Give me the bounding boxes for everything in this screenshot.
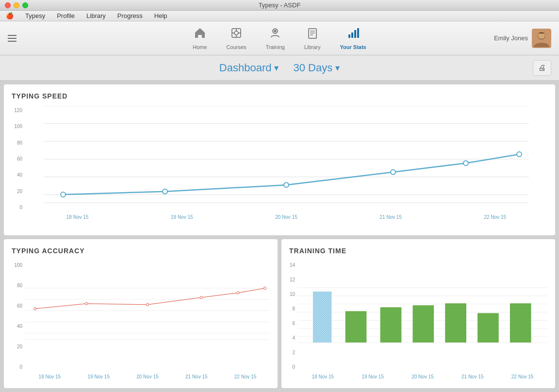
title-bar: Typesy - ASDF (0, 0, 559, 11)
svg-rect-56 (510, 303, 531, 343)
nav-library-label: Library (304, 44, 321, 50)
nav-bar: Home Courses Training (0, 21, 559, 55)
minimize-button[interactable] (14, 2, 19, 8)
training-time-y-axis: 14121086420 (289, 261, 298, 379)
svg-rect-10 (354, 30, 356, 38)
svg-point-35 (85, 302, 87, 305)
main-content: TYPING SPEED 120100806040200 (0, 81, 559, 392)
hamburger-menu[interactable] (8, 35, 16, 42)
svg-point-37 (200, 296, 202, 299)
svg-point-36 (146, 303, 148, 306)
typing-speed-panel: TYPING SPEED 120100806040200 (4, 84, 555, 235)
svg-rect-8 (348, 34, 350, 38)
typing-accuracy-title: TYPING ACCURACY (12, 247, 270, 255)
training-time-title: TRAINING TIME (289, 247, 547, 255)
user-area: Emily Jones (494, 29, 551, 48)
menu-typesy[interactable]: Typesy (23, 12, 47, 19)
period-chevron-icon: ▾ (335, 63, 340, 73)
print-button[interactable]: 🖨 (533, 60, 551, 76)
apple-menu[interactable]: 🍎 (4, 12, 16, 19)
stats-icon (347, 27, 360, 42)
nav-training[interactable]: Training (266, 27, 285, 50)
svg-rect-52 (380, 307, 402, 343)
svg-point-38 (237, 292, 239, 294)
svg-rect-53 (412, 305, 434, 343)
svg-point-39 (263, 287, 266, 290)
nav-library[interactable]: Library (304, 27, 321, 50)
typing-accuracy-chart (25, 261, 270, 372)
svg-rect-55 (477, 313, 499, 343)
user-name: Emily Jones (494, 34, 528, 42)
nav-stats-label: Your Stats (340, 44, 366, 50)
period-selector[interactable]: 30 Days ▾ (293, 62, 340, 74)
svg-point-1 (234, 31, 238, 35)
svg-rect-11 (357, 28, 359, 38)
svg-point-34 (34, 308, 36, 310)
dashboard-chevron-icon: ▾ (274, 63, 279, 73)
nav-courses[interactable]: Courses (227, 27, 247, 50)
svg-point-22 (61, 192, 66, 197)
svg-rect-51 (345, 311, 367, 343)
typing-speed-y-axis: 120100806040200 (12, 106, 25, 220)
avatar[interactable] (532, 29, 551, 48)
bottom-row: TYPING ACCURACY 100806040200 (4, 239, 555, 388)
period-label: 30 Days (293, 62, 332, 74)
training-icon (269, 27, 281, 42)
library-icon (306, 27, 319, 42)
menu-profile[interactable]: Profile (55, 12, 77, 19)
svg-rect-9 (351, 33, 353, 38)
nav-home[interactable]: Home (193, 27, 207, 50)
dashboard-selector[interactable]: Dashboard ▾ (219, 62, 279, 74)
typing-accuracy-y-axis: 100806040200 (12, 261, 25, 379)
svg-point-3 (274, 30, 277, 33)
nav-your-stats[interactable]: Your Stats (340, 27, 366, 50)
svg-rect-50 (313, 292, 332, 343)
menu-library[interactable]: Library (84, 12, 108, 19)
nav-items: Home Courses Training (193, 27, 366, 50)
dashboard-label: Dashboard (219, 62, 272, 74)
menu-progress[interactable]: Progress (115, 12, 145, 19)
svg-point-26 (463, 161, 468, 165)
menu-help[interactable]: Help (152, 12, 169, 19)
typing-speed-title: TYPING SPEED (12, 92, 547, 100)
traffic-lights (5, 2, 28, 8)
maximize-button[interactable] (22, 2, 28, 8)
window-title: Typesy - ASDF (259, 1, 301, 9)
typing-speed-chart (25, 106, 547, 212)
nav-home-label: Home (193, 44, 207, 50)
typing-accuracy-x-axis: 18 Nov 1519 Nov 1520 Nov 1521 Nov 1522 N… (25, 374, 270, 379)
typing-accuracy-panel: TYPING ACCURACY 100806040200 (4, 239, 278, 388)
svg-point-23 (163, 189, 167, 194)
nav-training-label: Training (266, 44, 285, 50)
svg-point-25 (391, 170, 395, 175)
svg-point-24 (284, 182, 289, 187)
svg-rect-4 (309, 29, 316, 38)
svg-point-27 (517, 152, 522, 157)
close-button[interactable] (5, 2, 11, 8)
nav-courses-label: Courses (227, 44, 247, 50)
training-time-panel: TRAINING TIME 14121086420 (281, 239, 555, 388)
courses-icon (230, 27, 243, 42)
svg-rect-54 (445, 303, 466, 343)
training-time-chart (298, 261, 547, 372)
menu-bar: 🍎 Typesy Profile Library Progress Help (0, 11, 559, 21)
dashboard-header: Dashboard ▾ 30 Days ▾ 🖨 (0, 55, 559, 81)
training-time-x-axis: 18 Nov 1519 Nov 1520 Nov 1521 Nov 1522 N… (298, 374, 547, 379)
home-icon (194, 27, 206, 42)
typing-speed-x-axis: 18 Nov 1519 Nov 1520 Nov 1521 Nov 1522 N… (25, 214, 547, 220)
